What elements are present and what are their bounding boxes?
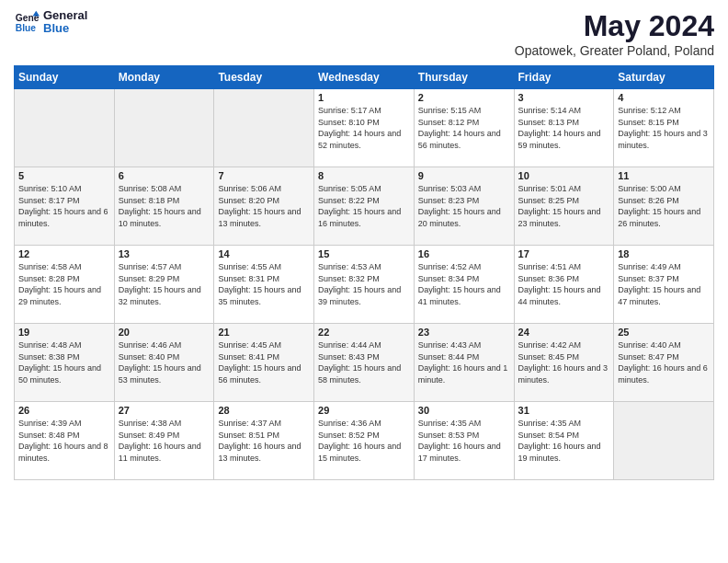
svg-text:Blue: Blue <box>16 24 37 34</box>
calendar-cell: 30Sunrise: 4:35 AM Sunset: 8:53 PM Dayli… <box>414 402 514 480</box>
day-number: 14 <box>218 248 310 259</box>
calendar-cell: 29Sunrise: 4:36 AM Sunset: 8:52 PM Dayli… <box>314 402 415 480</box>
day-info: Sunrise: 5:15 AM Sunset: 8:12 PM Dayligh… <box>418 105 510 151</box>
day-info: Sunrise: 5:03 AM Sunset: 8:23 PM Dayligh… <box>418 183 510 229</box>
calendar-cell: 26Sunrise: 4:39 AM Sunset: 8:48 PM Dayli… <box>15 402 115 480</box>
location: Opatowek, Greater Poland, Poland <box>515 43 714 58</box>
calendar-cell: 25Sunrise: 4:40 AM Sunset: 8:47 PM Dayli… <box>614 324 714 402</box>
calendar-cell: 28Sunrise: 4:37 AM Sunset: 8:51 PM Dayli… <box>214 402 314 480</box>
calendar-cell: 9Sunrise: 5:03 AM Sunset: 8:23 PM Daylig… <box>414 167 514 246</box>
day-number: 4 <box>618 92 710 103</box>
day-info: Sunrise: 4:48 AM Sunset: 8:38 PM Dayligh… <box>18 339 110 385</box>
day-number: 26 <box>18 405 110 416</box>
day-info: Sunrise: 4:39 AM Sunset: 8:48 PM Dayligh… <box>18 418 110 464</box>
calendar-cell: 4Sunrise: 5:12 AM Sunset: 8:15 PM Daylig… <box>614 89 714 167</box>
title-block: May 2024 Opatowek, Greater Poland, Polan… <box>515 9 714 58</box>
calendar-cell: 18Sunrise: 4:49 AM Sunset: 8:37 PM Dayli… <box>614 246 714 324</box>
day-number: 31 <box>518 405 610 416</box>
calendar-cell: 8Sunrise: 5:05 AM Sunset: 8:22 PM Daylig… <box>314 167 415 246</box>
day-info: Sunrise: 5:10 AM Sunset: 8:17 PM Dayligh… <box>18 183 110 229</box>
calendar-cell: 14Sunrise: 4:55 AM Sunset: 8:31 PM Dayli… <box>214 246 314 324</box>
day-info: Sunrise: 4:52 AM Sunset: 8:34 PM Dayligh… <box>418 261 510 307</box>
calendar-cell: 10Sunrise: 5:01 AM Sunset: 8:25 PM Dayli… <box>514 167 614 246</box>
day-number: 29 <box>318 405 410 416</box>
logo-text-blue: Blue <box>43 22 87 35</box>
calendar-week-3: 12Sunrise: 4:58 AM Sunset: 8:28 PM Dayli… <box>15 246 714 324</box>
day-number: 7 <box>218 170 310 181</box>
day-info: Sunrise: 4:42 AM Sunset: 8:45 PM Dayligh… <box>518 339 610 385</box>
day-number: 21 <box>218 327 310 338</box>
calendar-week-1: 1Sunrise: 5:17 AM Sunset: 8:10 PM Daylig… <box>15 89 714 167</box>
day-info: Sunrise: 4:37 AM Sunset: 8:51 PM Dayligh… <box>218 418 310 464</box>
calendar-cell: 21Sunrise: 4:45 AM Sunset: 8:41 PM Dayli… <box>214 324 314 402</box>
calendar-body: 1Sunrise: 5:17 AM Sunset: 8:10 PM Daylig… <box>15 89 714 480</box>
calendar-cell: 31Sunrise: 4:35 AM Sunset: 8:54 PM Dayli… <box>514 402 614 480</box>
day-number: 6 <box>119 170 210 181</box>
day-info: Sunrise: 5:08 AM Sunset: 8:18 PM Dayligh… <box>119 183 210 229</box>
logo: General Blue General Blue <box>14 9 87 36</box>
day-number: 20 <box>119 327 210 338</box>
day-info: Sunrise: 5:00 AM Sunset: 8:26 PM Dayligh… <box>618 183 710 229</box>
day-info: Sunrise: 4:46 AM Sunset: 8:40 PM Dayligh… <box>119 339 210 385</box>
day-info: Sunrise: 4:40 AM Sunset: 8:47 PM Dayligh… <box>618 339 710 385</box>
calendar-week-5: 26Sunrise: 4:39 AM Sunset: 8:48 PM Dayli… <box>15 402 714 480</box>
day-info: Sunrise: 5:17 AM Sunset: 8:10 PM Dayligh… <box>318 105 410 151</box>
day-number: 1 <box>318 92 410 103</box>
col-header-monday: Monday <box>114 66 214 89</box>
day-number: 12 <box>18 248 110 259</box>
day-number: 28 <box>218 405 310 416</box>
calendar-cell: 5Sunrise: 5:10 AM Sunset: 8:17 PM Daylig… <box>15 167 115 246</box>
day-number: 5 <box>18 170 110 181</box>
calendar-week-4: 19Sunrise: 4:48 AM Sunset: 8:38 PM Dayli… <box>15 324 714 402</box>
day-number: 19 <box>18 327 110 338</box>
day-number: 23 <box>418 327 510 338</box>
logo-icon: General Blue <box>14 9 40 35</box>
calendar-cell: 3Sunrise: 5:14 AM Sunset: 8:13 PM Daylig… <box>514 89 614 167</box>
day-number: 8 <box>318 170 410 181</box>
day-info: Sunrise: 4:53 AM Sunset: 8:32 PM Dayligh… <box>318 261 410 307</box>
day-number: 17 <box>518 248 610 259</box>
day-number: 25 <box>618 327 710 338</box>
day-info: Sunrise: 4:43 AM Sunset: 8:44 PM Dayligh… <box>418 339 510 385</box>
col-header-friday: Friday <box>514 66 614 89</box>
calendar-cell <box>214 89 314 167</box>
day-info: Sunrise: 4:45 AM Sunset: 8:41 PM Dayligh… <box>218 339 310 385</box>
day-info: Sunrise: 5:05 AM Sunset: 8:22 PM Dayligh… <box>318 183 410 229</box>
day-number: 22 <box>318 327 410 338</box>
day-info: Sunrise: 4:35 AM Sunset: 8:54 PM Dayligh… <box>518 418 610 464</box>
day-info: Sunrise: 4:57 AM Sunset: 8:29 PM Dayligh… <box>119 261 210 307</box>
day-number: 24 <box>518 327 610 338</box>
day-info: Sunrise: 5:06 AM Sunset: 8:20 PM Dayligh… <box>218 183 310 229</box>
calendar-cell: 7Sunrise: 5:06 AM Sunset: 8:20 PM Daylig… <box>214 167 314 246</box>
calendar-cell: 20Sunrise: 4:46 AM Sunset: 8:40 PM Dayli… <box>114 324 214 402</box>
col-header-wednesday: Wednesday <box>314 66 415 89</box>
day-info: Sunrise: 5:14 AM Sunset: 8:13 PM Dayligh… <box>518 105 610 151</box>
calendar-cell: 24Sunrise: 4:42 AM Sunset: 8:45 PM Dayli… <box>514 324 614 402</box>
calendar-cell <box>614 402 714 480</box>
day-number: 18 <box>618 248 710 259</box>
day-info: Sunrise: 4:51 AM Sunset: 8:36 PM Dayligh… <box>518 261 610 307</box>
day-number: 27 <box>119 405 210 416</box>
calendar-header-row: SundayMondayTuesdayWednesdayThursdayFrid… <box>15 66 714 89</box>
day-info: Sunrise: 5:12 AM Sunset: 8:15 PM Dayligh… <box>618 105 710 151</box>
calendar-week-2: 5Sunrise: 5:10 AM Sunset: 8:17 PM Daylig… <box>15 167 714 246</box>
calendar-cell: 2Sunrise: 5:15 AM Sunset: 8:12 PM Daylig… <box>414 89 514 167</box>
day-info: Sunrise: 4:36 AM Sunset: 8:52 PM Dayligh… <box>318 418 410 464</box>
logo-text-general: General <box>43 9 87 22</box>
month-title: May 2024 <box>515 9 714 43</box>
day-number: 10 <box>518 170 610 181</box>
calendar-cell: 1Sunrise: 5:17 AM Sunset: 8:10 PM Daylig… <box>314 89 415 167</box>
calendar-cell: 23Sunrise: 4:43 AM Sunset: 8:44 PM Dayli… <box>414 324 514 402</box>
day-number: 15 <box>318 248 410 259</box>
calendar-cell: 16Sunrise: 4:52 AM Sunset: 8:34 PM Dayli… <box>414 246 514 324</box>
day-number: 16 <box>418 248 510 259</box>
day-number: 3 <box>518 92 610 103</box>
page-header: General Blue General Blue May 2024 Opato… <box>14 9 714 58</box>
day-info: Sunrise: 4:55 AM Sunset: 8:31 PM Dayligh… <box>218 261 310 307</box>
calendar-cell: 27Sunrise: 4:38 AM Sunset: 8:49 PM Dayli… <box>114 402 214 480</box>
calendar-cell: 22Sunrise: 4:44 AM Sunset: 8:43 PM Dayli… <box>314 324 415 402</box>
col-header-thursday: Thursday <box>414 66 514 89</box>
day-info: Sunrise: 4:44 AM Sunset: 8:43 PM Dayligh… <box>318 339 410 385</box>
day-number: 13 <box>119 248 210 259</box>
day-number: 2 <box>418 92 510 103</box>
